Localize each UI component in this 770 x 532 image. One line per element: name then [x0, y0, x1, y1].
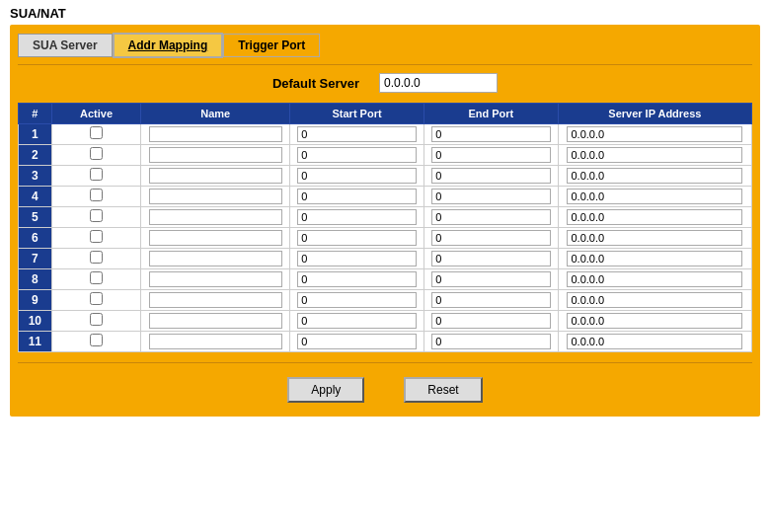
row-active — [51, 228, 141, 249]
start-port-input[interactable] — [297, 189, 416, 204]
server-ip-input[interactable] — [567, 168, 742, 184]
start-port-input[interactable] — [297, 230, 416, 246]
start-port-input[interactable] — [297, 271, 416, 287]
active-checkbox[interactable] — [90, 334, 103, 346]
end-port-input[interactable] — [431, 147, 550, 163]
name-input[interactable] — [149, 313, 282, 329]
server-ip-input[interactable] — [567, 334, 742, 349]
start-port-input[interactable] — [297, 168, 416, 184]
end-port-input[interactable] — [431, 168, 550, 184]
start-port-input[interactable] — [297, 251, 416, 266]
row-active — [51, 332, 141, 352]
active-checkbox[interactable] — [90, 271, 103, 284]
col-header-end-port: End Port — [424, 104, 558, 124]
row-end-port — [424, 249, 558, 269]
buttons-row: Apply Reset — [18, 377, 752, 403]
active-checkbox[interactable] — [90, 126, 103, 139]
start-port-input[interactable] — [297, 147, 416, 163]
start-port-input[interactable] — [297, 334, 416, 349]
table-row: 3 — [19, 166, 752, 187]
server-ip-input[interactable] — [567, 292, 742, 308]
reset-button[interactable]: Reset — [404, 377, 482, 403]
row-active — [51, 249, 141, 269]
row-name — [141, 269, 290, 290]
row-server-ip — [558, 207, 751, 228]
end-port-input[interactable] — [431, 209, 550, 225]
row-active — [51, 145, 141, 166]
name-input[interactable] — [149, 271, 282, 287]
row-num: 7 — [19, 249, 52, 269]
row-server-ip — [558, 124, 751, 145]
row-active — [51, 124, 141, 145]
row-start-port — [290, 124, 424, 145]
name-input[interactable] — [149, 189, 282, 204]
row-start-port — [290, 311, 424, 332]
tab-sua-server[interactable]: SUA Server — [18, 34, 113, 57]
end-port-input[interactable] — [431, 313, 550, 329]
active-checkbox[interactable] — [90, 147, 103, 160]
tab-trigger-port[interactable]: Trigger Port — [223, 34, 320, 57]
row-end-port — [424, 187, 558, 207]
table-row: 6 — [19, 228, 752, 249]
row-server-ip — [558, 269, 751, 290]
name-input[interactable] — [149, 251, 282, 266]
row-num: 2 — [19, 145, 52, 166]
active-checkbox[interactable] — [90, 313, 103, 326]
server-ip-input[interactable] — [567, 251, 742, 266]
end-port-input[interactable] — [431, 334, 550, 349]
name-input[interactable] — [149, 209, 282, 225]
row-num: 11 — [19, 332, 52, 352]
name-input[interactable] — [149, 230, 282, 246]
name-input[interactable] — [149, 168, 282, 184]
row-name — [141, 124, 290, 145]
server-ip-input[interactable] — [567, 313, 742, 329]
row-num: 4 — [19, 187, 52, 207]
end-port-input[interactable] — [431, 271, 550, 287]
name-input[interactable] — [149, 292, 282, 308]
row-server-ip — [558, 311, 751, 332]
end-port-input[interactable] — [431, 251, 550, 266]
end-port-input[interactable] — [431, 230, 550, 246]
active-checkbox[interactable] — [90, 189, 103, 201]
server-ip-input[interactable] — [567, 189, 742, 204]
end-port-input[interactable] — [431, 292, 550, 308]
server-ip-input[interactable] — [567, 230, 742, 246]
name-input[interactable] — [149, 147, 282, 163]
table-row: 5 — [19, 207, 752, 228]
start-port-input[interactable] — [297, 209, 416, 225]
row-start-port — [290, 228, 424, 249]
table-row: 11 — [19, 332, 752, 352]
end-port-input[interactable] — [431, 126, 550, 142]
col-header-hash: # — [19, 104, 52, 124]
col-header-start-port: Start Port — [290, 104, 424, 124]
row-start-port — [290, 207, 424, 228]
row-num: 8 — [19, 269, 52, 290]
server-ip-input[interactable] — [567, 271, 742, 287]
active-checkbox[interactable] — [90, 230, 103, 243]
row-name — [141, 249, 290, 269]
row-name — [141, 228, 290, 249]
start-port-input[interactable] — [297, 313, 416, 329]
addr-mapping-table: # Active Name Start Port End Port Server… — [18, 103, 752, 352]
divider-bottom — [18, 362, 752, 363]
active-checkbox[interactable] — [90, 292, 103, 305]
active-checkbox[interactable] — [90, 251, 103, 264]
name-input[interactable] — [149, 126, 282, 142]
server-ip-input[interactable] — [567, 126, 742, 142]
table-row: 4 — [19, 187, 752, 207]
server-ip-input[interactable] — [567, 209, 742, 225]
default-server-input[interactable] — [379, 73, 498, 93]
end-port-input[interactable] — [431, 189, 550, 204]
row-active — [51, 207, 141, 228]
row-start-port — [290, 332, 424, 352]
start-port-input[interactable] — [297, 292, 416, 308]
server-ip-input[interactable] — [567, 147, 742, 163]
start-port-input[interactable] — [297, 126, 416, 142]
name-input[interactable] — [149, 334, 282, 349]
active-checkbox[interactable] — [90, 168, 103, 181]
tab-sua-server-label: SUA Server — [33, 38, 98, 52]
row-end-port — [424, 332, 558, 352]
apply-button[interactable]: Apply — [287, 377, 364, 403]
tab-addr-mapping[interactable]: Addr Mapping — [113, 33, 224, 58]
active-checkbox[interactable] — [90, 209, 103, 222]
